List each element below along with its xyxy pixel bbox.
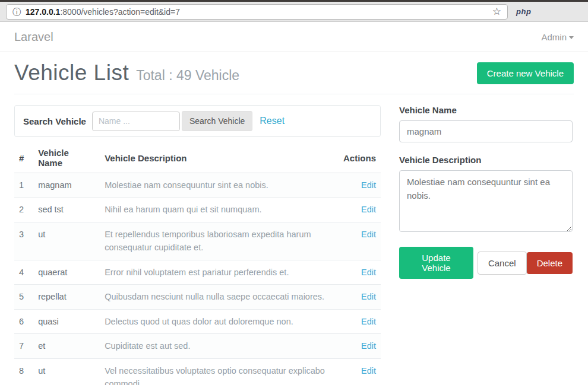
row-vehicle-name: sed tst [33, 198, 100, 222]
column-header-name: Vehicle Name [33, 143, 100, 173]
edit-link[interactable]: Edit [361, 292, 376, 301]
vehicle-name-label: Vehicle Name [399, 105, 573, 115]
search-panel: Search Vehicle Search Vehicle Reset [14, 105, 381, 137]
row-description: Molestiae nam consequuntur sint ea nobis… [100, 173, 339, 198]
row-num: 5 [14, 285, 33, 309]
url-host: 127.0.0.1 [26, 7, 60, 17]
page-content: Vehicle List Total : 49 Vehicle Create n… [0, 52, 588, 385]
reset-link[interactable]: Reset [260, 116, 284, 126]
row-description: Quibusdam nesciunt nulla nulla saepe occ… [100, 285, 339, 309]
url-path: :8000/vehicles?action=edit&id=7 [60, 7, 180, 17]
create-new-vehicle-button[interactable]: Create new Vehicle [477, 62, 574, 84]
table-row: 3 ut Et repellendus temporibus laboriosa… [14, 222, 381, 260]
table-row: 6 quasi Delectus quod ut quas dolor aut … [14, 309, 381, 333]
admin-dropdown[interactable]: Admin [541, 32, 574, 42]
table-row: 4 quaerat Error nihil voluptatem est par… [14, 260, 381, 284]
edit-link[interactable]: Edit [361, 230, 376, 239]
url-text: 127.0.0.1:8000/vehicles?action=edit&id=7 [26, 7, 488, 17]
admin-dropdown-label: Admin [541, 32, 567, 42]
search-input[interactable] [92, 112, 180, 131]
table-row: 8 ut Vel necessitatibus voluptates optio… [14, 358, 381, 385]
row-vehicle-name: et [33, 334, 100, 358]
column-header-description: Vehicle Description [100, 143, 339, 173]
vehicle-table: # Vehicle Name Vehicle Description Actio… [14, 143, 381, 385]
row-num: 6 [14, 309, 33, 333]
vehicle-description-textarea[interactable]: Molestiae nam consequuntur sint ea nobis… [399, 170, 573, 232]
edit-link[interactable]: Edit [361, 341, 376, 351]
row-description: Delectus quod ut quas dolor aut doloremq… [100, 309, 339, 333]
vehicle-description-label: Vehicle Description [399, 155, 573, 165]
chevron-down-icon [569, 36, 574, 39]
row-description: Cupiditate est aut sed. [100, 334, 339, 358]
header-divider [14, 94, 574, 94]
cancel-button[interactable]: Cancel [478, 252, 527, 275]
row-vehicle-name: quasi [33, 309, 100, 333]
row-vehicle-name: repellat [33, 285, 100, 309]
update-vehicle-button[interactable]: Update Vehicle [399, 247, 473, 279]
table-body: 1 magnam Molestiae nam consequuntur sint… [14, 173, 381, 385]
vehicle-name-input[interactable] [399, 120, 573, 142]
vehicle-list-panel: Search Vehicle Search Vehicle Reset # Ve… [14, 105, 381, 385]
row-description: Error nihil voluptatem est pariatur perf… [100, 260, 339, 284]
row-description: Vel necessitatibus voluptates optio cons… [100, 358, 339, 385]
row-description: Nihil ea harum quam qui et sit numquam. [100, 198, 339, 222]
page-info-icon[interactable]: ⓘ [12, 8, 21, 16]
edit-link[interactable]: Edit [361, 180, 376, 190]
table-row: 1 magnam Molestiae nam consequuntur sint… [14, 173, 381, 198]
row-num: 4 [14, 260, 33, 284]
row-vehicle-name: ut [33, 358, 100, 385]
column-header-actions: Actions [339, 143, 381, 173]
form-buttons: Update Vehicle Cancel Delete [399, 247, 573, 279]
page-header: Vehicle List Total : 49 Vehicle Create n… [14, 61, 574, 85]
edit-link[interactable]: Edit [361, 317, 376, 326]
row-num: 7 [14, 334, 33, 358]
row-vehicle-name: quaerat [33, 260, 100, 284]
address-bar[interactable]: ⓘ 127.0.0.1:8000/vehicles?action=edit&id… [6, 4, 508, 20]
total-count-label: Total : 49 Vehicle [136, 68, 239, 84]
edit-link[interactable]: Edit [361, 366, 376, 376]
row-num: 3 [14, 222, 33, 260]
brand-link[interactable]: Laravel [14, 30, 53, 44]
edit-link[interactable]: Edit [361, 268, 376, 277]
page-title: Vehicle List [14, 61, 129, 85]
table-row: 7 et Cupiditate est aut sed. Edit [14, 334, 381, 358]
row-num: 8 [14, 358, 33, 385]
search-label: Search Vehicle [23, 116, 86, 126]
search-button[interactable]: Search Vehicle [182, 111, 252, 131]
edit-link[interactable]: Edit [361, 205, 376, 214]
row-num: 1 [14, 173, 33, 198]
row-num: 2 [14, 198, 33, 222]
column-header-number: # [14, 143, 33, 173]
bookmark-star-icon[interactable]: ☆ [492, 5, 501, 18]
delete-button[interactable]: Delete [527, 252, 573, 274]
edit-vehicle-form: Vehicle Name Vehicle Description Molesti… [399, 105, 573, 385]
navbar: Laravel Admin [0, 22, 588, 52]
browser-toolbar: ⓘ 127.0.0.1:8000/vehicles?action=edit&id… [0, 2, 588, 22]
row-vehicle-name: magnam [33, 173, 100, 198]
row-description: Et repellendus temporibus laboriosam exp… [100, 222, 339, 260]
table-row: 2 sed tst Nihil ea harum quam qui et sit… [14, 198, 381, 222]
php-extension-icon[interactable]: php [516, 7, 531, 16]
table-row: 5 repellat Quibusdam nesciunt nulla null… [14, 285, 381, 309]
row-vehicle-name: ut [33, 222, 100, 260]
table-header-row: # Vehicle Name Vehicle Description Actio… [14, 143, 381, 173]
